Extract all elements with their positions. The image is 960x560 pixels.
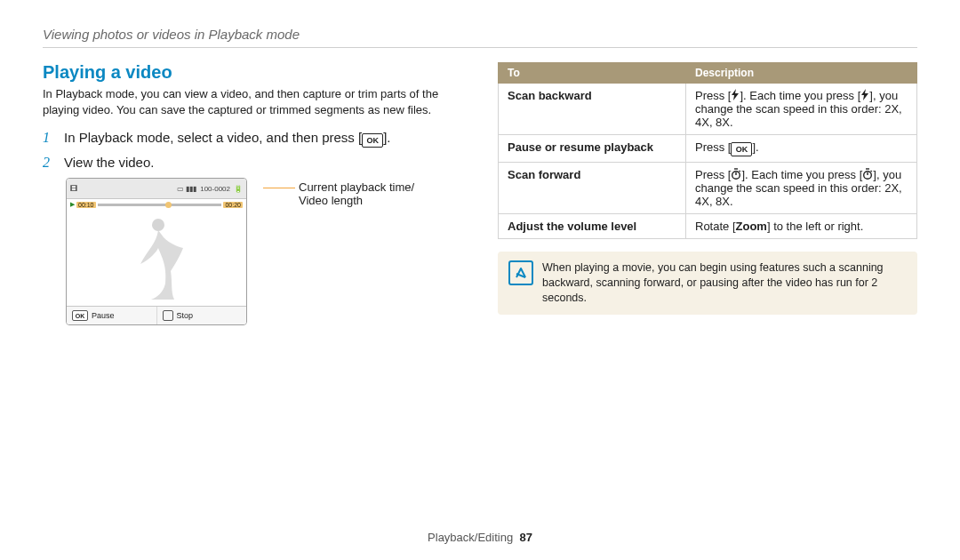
screenshot-stop-button: Stop (157, 307, 247, 324)
time-total: 00:20 (223, 202, 243, 208)
flash-icon (731, 89, 740, 102)
controls-table: To Description Scan backwardPress []. Ea… (498, 62, 917, 239)
section-title: Playing a video (43, 62, 469, 83)
table-row: Scan forwardPress []. Each time you pres… (499, 163, 917, 214)
screenshot-pause-button: OK Pause (67, 307, 157, 324)
table-row: Scan backwardPress []. Each time you pre… (499, 84, 917, 135)
stop-icon (163, 310, 173, 321)
flash-icon (860, 89, 869, 102)
movie-icon: 🎞 (70, 185, 77, 193)
table-header-to: To (499, 63, 686, 84)
step-text: View the video. (64, 155, 154, 170)
table-row: Adjust the volume levelRotate [Zoom] to … (499, 214, 917, 239)
table-cell-description: Rotate [Zoom] to the left or right. (686, 214, 917, 239)
timer-icon (862, 168, 873, 181)
note-text: When playing a movie, you can begin usin… (542, 260, 907, 306)
table-cell-to: Pause or resume playback (499, 135, 686, 163)
time-current: 00:10 (76, 202, 96, 208)
intro-text: In Playback mode, you can view a video, … (43, 86, 469, 117)
step-text: In Playback mode, select a video, and th… (64, 130, 391, 148)
table-cell-to: Scan backward (499, 84, 686, 135)
running-header: Viewing photos or videos in Playback mod… (43, 27, 917, 42)
step-item: 1 In Playback mode, select a video, and … (43, 130, 469, 148)
divider (43, 47, 917, 48)
ok-icon: OK (362, 133, 383, 148)
svg-point-0 (152, 219, 164, 231)
table-cell-to: Scan forward (499, 163, 686, 214)
step-number: 1 (43, 130, 55, 146)
step-item: 2 View the video. (43, 155, 469, 171)
video-screenshot: 🎞 ▭ ▮▮▮ 100-0002 🔋 ▶ 00:10 00:20 (66, 178, 247, 325)
table-header-description: Description (686, 63, 917, 84)
svg-line-4 (740, 171, 740, 172)
ok-icon: OK (731, 142, 752, 156)
table-cell-description: Press []. Each time you press [], you ch… (686, 84, 917, 135)
svg-line-8 (871, 171, 872, 172)
timer-icon (731, 168, 741, 181)
table-cell-description: Press []. Each time you press [], you ch… (686, 163, 917, 214)
table-row: Pause or resume playbackPress [OK]. (499, 135, 917, 163)
ok-icon: OK (72, 310, 88, 321)
screenshot-progressbar: ▶ 00:10 00:20 (70, 201, 243, 208)
screenshot-statusbar: 🎞 ▭ ▮▮▮ 100-0002 🔋 (67, 179, 246, 199)
step-number: 2 (43, 155, 55, 171)
note-box: When playing a movie, you can begin usin… (498, 252, 917, 315)
page-footer: Playback/Editing 87 (0, 531, 960, 544)
step-list: 1 In Playback mode, select a video, and … (43, 130, 469, 171)
table-cell-description: Press [OK]. (686, 135, 917, 163)
table-cell-to: Adjust the volume level (499, 214, 686, 239)
note-icon (508, 260, 533, 285)
screenshot-content (67, 209, 246, 305)
callout-text: Current playback time/Video length (299, 180, 414, 207)
